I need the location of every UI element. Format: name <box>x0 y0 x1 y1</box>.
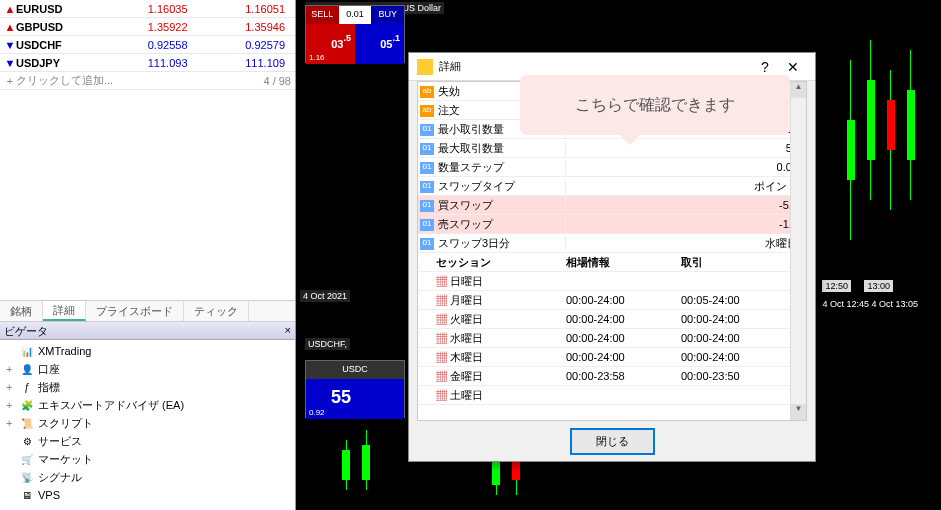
quote-row[interactable]: ▼USDCHF0.925580.92579 <box>0 36 295 54</box>
tree-item[interactable]: +🧩エキスパートアドバイザ (EA) <box>2 396 293 414</box>
time-label: 12:50 <box>822 280 851 292</box>
scrollbar[interactable]: ▲ ▼ <box>790 82 806 420</box>
session-row: ▦ 土曜日 <box>418 386 806 405</box>
tab-tick[interactable]: ティック <box>184 301 249 321</box>
session-row: ▦ 月曜日00:00-24:0000:05-24:00 <box>418 291 806 310</box>
close-button[interactable]: 閉じる <box>570 428 655 455</box>
property-row: 01買スワップ-5.4 <box>418 196 806 215</box>
scroll-up-icon[interactable]: ▲ <box>791 82 806 98</box>
property-row: 01スワップタイプポイント <box>418 177 806 196</box>
buy-button[interactable]: BUY <box>371 6 404 24</box>
tree-item[interactable]: ⚙サービス <box>2 432 293 450</box>
date-label: 4 Oct 2021 <box>300 290 350 302</box>
chart2-label: USDCHF, <box>305 338 350 350</box>
close-icon[interactable]: × <box>285 324 291 337</box>
property-row: 01スワップ3日分水曜日 <box>418 234 806 253</box>
dialog-icon <box>417 59 433 75</box>
tab-details[interactable]: 詳細 <box>43 301 86 321</box>
property-row: 01売スワップ-1.1 <box>418 215 806 234</box>
session-row: ▦ 金曜日00:00-23:5800:00-23:50 <box>418 367 806 386</box>
tree-item[interactable]: +📜スクリプト <box>2 414 293 432</box>
tree-item[interactable]: 📡シグナル <box>2 468 293 486</box>
one-click-trade-eurusd: SELL 0.01 BUY 1.1603.5 05.1 <box>305 5 405 63</box>
help-icon[interactable]: ? <box>751 59 779 75</box>
annotation-callout: こちらで確認できます <box>520 75 790 135</box>
dialog-title: 詳細 <box>439 59 751 74</box>
quote-row[interactable]: ▲EURUSD1.160351.16051 <box>0 0 295 18</box>
tree-item[interactable]: +ƒ指標 <box>2 378 293 396</box>
one-click-trade-usdchf: USDC 0.9255 <box>305 360 405 418</box>
session-row: ▦ 木曜日00:00-24:0000:00-24:00 <box>418 348 806 367</box>
scroll-down-icon[interactable]: ▼ <box>791 404 806 420</box>
session-row: ▦ 日曜日 <box>418 272 806 291</box>
tree-item[interactable]: 📊XMTrading <box>2 342 293 360</box>
quote-row[interactable]: ▲GBPUSD1.359221.35946 <box>0 18 295 36</box>
session-header: セッション相場情報取引 <box>418 253 806 272</box>
tab-priceboard[interactable]: プライスボード <box>86 301 184 321</box>
session-row: ▦ 水曜日00:00-24:0000:00-24:00 <box>418 329 806 348</box>
quotes-panel: ▲EURUSD1.160351.16051▲GBPUSD1.359221.359… <box>0 0 295 72</box>
quote-row[interactable]: ▼USDJPY111.093111.109 <box>0 54 295 72</box>
time-label: 13:00 <box>864 280 893 292</box>
tree-item[interactable]: 🖥VPS <box>2 486 293 504</box>
tree-item[interactable]: +👤口座 <box>2 360 293 378</box>
market-tabs: 銘柄 詳細 プライスボード ティック <box>0 300 295 322</box>
axis-label: 4 Oct 12:45 4 Oct 13:05 <box>819 298 921 310</box>
add-symbol-row[interactable]: + クリックして追加... 4 / 98 <box>0 72 295 90</box>
navigator-tree: 📊XMTrading+👤口座+ƒ指標+🧩エキスパートアドバイザ (EA)+📜スク… <box>0 340 295 510</box>
tree-item[interactable]: 🛒マーケット <box>2 450 293 468</box>
lot-input[interactable]: 0.01 <box>339 6 372 24</box>
session-row: ▦ 火曜日00:00-24:0000:00-24:00 <box>418 310 806 329</box>
sell-button[interactable]: SELL <box>306 6 339 24</box>
navigator-header: ビゲータ × <box>0 322 295 340</box>
close-icon[interactable]: ✕ <box>779 59 807 75</box>
tab-symbols[interactable]: 銘柄 <box>0 301 43 321</box>
